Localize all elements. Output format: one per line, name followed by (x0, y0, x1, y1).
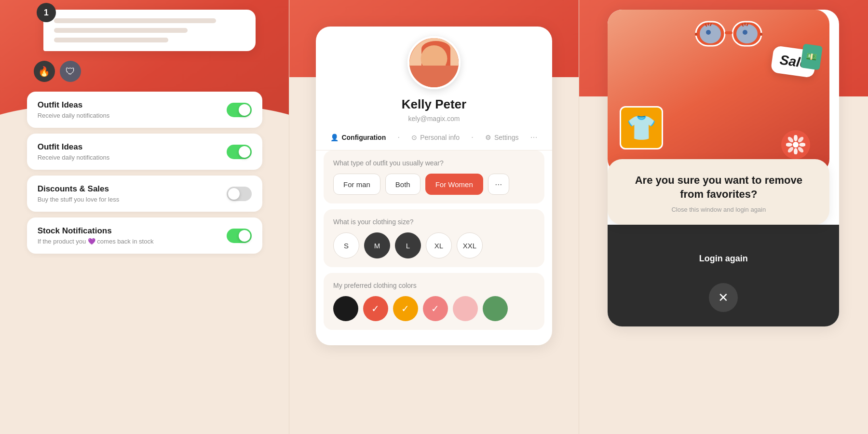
color-green[interactable] (483, 296, 508, 321)
svg-point-34 (787, 136, 795, 144)
svg-rect-20 (760, 33, 762, 36)
tab-settings-label: Settings (494, 134, 519, 141)
svg-point-36 (787, 146, 795, 154)
outfit-type-buttons: For man Both For Women ··· (333, 174, 535, 195)
sale-tag: 💵 (800, 43, 823, 70)
tab-personal-info[interactable]: ⊙ Personal info (411, 134, 460, 141)
toggle-title-stock: Stock Notifications (38, 226, 154, 236)
outfit-type-label: What type of outfit you usually wear? (333, 159, 535, 167)
tab-personal-info-label: Personal info (420, 134, 460, 141)
remove-favorites-dialog: Are you sure you want to remove from fav… (608, 159, 829, 225)
user-name: Kelly Peter (316, 97, 552, 112)
outfit-for-man-button[interactable]: For man (333, 174, 380, 195)
avatar-container (316, 27, 552, 89)
favorites-card: 👕 Sale 💵 (608, 10, 839, 326)
svg-rect-18 (725, 31, 732, 34)
shield-icon[interactable]: 🛡 (60, 61, 81, 82)
outfit-both-button[interactable]: Both (385, 174, 420, 195)
color-yellow[interactable]: ✓ (393, 296, 418, 321)
notification-bubble: 1 (43, 10, 256, 51)
toggle-desc-discounts: Buy the stuff you love for less (38, 196, 120, 203)
color-salmon[interactable]: ✓ (423, 296, 448, 321)
size-s-button[interactable]: S (333, 232, 359, 258)
size-l-button[interactable]: L (395, 232, 421, 258)
profile-card: Kelly Peter kely@magix.com 👤 Configurati… (316, 27, 552, 345)
tab-settings[interactable]: ⚙ Settings (485, 134, 519, 141)
toggle-item-outfit-ideas-2: Outfit Ideas Receive daily notifications (27, 134, 262, 170)
toggle-switch-outfit-2[interactable] (227, 145, 252, 159)
panel3-content: 👕 Sale 💵 (579, 0, 868, 326)
size-xxl-button[interactable]: XXL (457, 232, 483, 258)
color-red[interactable]: ✓ (363, 296, 388, 321)
avatar-image (409, 38, 459, 87)
toggle-list: Outfit Ideas Receive daily notifications… (19, 92, 270, 254)
svg-rect-0 (409, 38, 459, 87)
toggle-switch-discounts[interactable] (227, 187, 252, 201)
color-black[interactable] (333, 296, 358, 321)
heart-emoji: 💜 (88, 238, 95, 245)
color-pink[interactable] (453, 296, 478, 321)
money-icon: 💵 (805, 51, 817, 63)
svg-point-2 (425, 47, 447, 70)
panel-profile: Kelly Peter kely@magix.com 👤 Configurati… (289, 0, 579, 434)
svg-point-10 (426, 53, 446, 74)
clothing-size-section: What is your clothing size? S M L XL XXL (324, 209, 544, 267)
toggle-switch-stock[interactable] (227, 229, 252, 243)
toggle-item-discounts: Discounts & Sales Buy the stuff you love… (27, 176, 262, 212)
svg-rect-13 (419, 81, 453, 87)
outfit-for-women-button[interactable]: For Women (425, 174, 483, 195)
toggle-title-outfit-1: Outfit Ideas (38, 100, 110, 110)
svg-point-32 (786, 143, 792, 147)
nav-separator-2: · (471, 132, 474, 142)
toggle-desc-outfit-2: Receive daily notifications (38, 154, 110, 161)
svg-point-22 (743, 30, 747, 35)
svg-point-12 (438, 61, 441, 64)
glasses-sticker (695, 19, 762, 55)
svg-point-37 (797, 146, 805, 154)
svg-point-21 (706, 30, 711, 35)
color-section-label: My preferred clothing colors (333, 282, 535, 289)
icon-row: 🔥 🛡 (34, 61, 256, 82)
size-xl-button[interactable]: XL (426, 232, 452, 258)
close-button[interactable]: ✕ (709, 283, 738, 312)
svg-point-35 (797, 136, 805, 144)
close-icon: ✕ (718, 290, 729, 305)
toggle-title-outfit-2: Outfit Ideas (38, 142, 110, 152)
daisy-sticker (781, 130, 810, 159)
sale-sticker: Sale 💵 (770, 45, 817, 78)
outfit-type-section: What type of outfit you usually wear? Fo… (324, 150, 544, 203)
svg-point-31 (794, 148, 798, 154)
svg-rect-9 (446, 48, 450, 72)
svg-rect-19 (695, 33, 697, 36)
dialog-title: Are you sure you want to remove from fav… (622, 174, 815, 201)
svg-rect-4 (422, 48, 428, 65)
color-swatches: ✓ ✓ ✓ (333, 296, 535, 321)
outfit-more-button[interactable]: ··· (488, 174, 509, 195)
fire-icon[interactable]: 🔥 (34, 61, 55, 82)
svg-point-33 (799, 143, 805, 147)
toggle-item-outfit-ideas-1: Outfit Ideas Receive daily notifications (27, 92, 262, 128)
user-email: kely@magix.com (316, 115, 552, 122)
avatar (407, 36, 461, 89)
tab-configuration-label: Configuration (341, 134, 386, 141)
svg-point-30 (794, 135, 798, 141)
clothing-size-label: What is your clothing size? (333, 218, 535, 226)
size-m-button[interactable]: M (364, 232, 390, 258)
dialog-subtitle: Close this window and login again (622, 206, 815, 213)
toggle-desc-stock: If the product you 💜 comes back in stock (38, 238, 154, 245)
sticker-area: 👕 Sale 💵 (608, 10, 829, 174)
tab-configuration[interactable]: 👤 Configuration (330, 134, 386, 141)
toggle-item-stock: Stock Notifications If the product you 💜… (27, 217, 262, 254)
notification-badge: 1 (37, 3, 56, 22)
svg-rect-8 (421, 48, 426, 72)
personal-info-icon: ⊙ (411, 134, 417, 141)
panel-favorites: 👕 Sale 💵 (579, 0, 868, 434)
shirt-sticker: 👕 (620, 106, 663, 149)
toggle-switch-outfit-1[interactable] (227, 103, 252, 117)
panel-notifications: 1 🔥 🛡 Outfit Ideas Receive daily notific… (0, 0, 289, 434)
svg-point-11 (431, 61, 434, 64)
nav-more[interactable]: ··· (530, 132, 538, 142)
login-again-button[interactable]: Login again (622, 244, 825, 273)
toggle-title-discounts: Discounts & Sales (38, 184, 120, 194)
svg-point-29 (793, 142, 799, 148)
